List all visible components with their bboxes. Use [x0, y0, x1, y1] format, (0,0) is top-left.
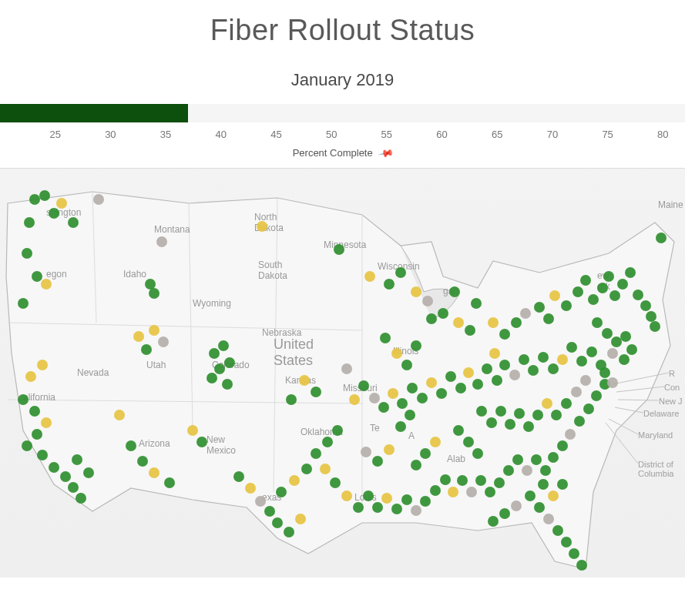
map-point[interactable]	[430, 437, 441, 447]
map-point[interactable]	[29, 406, 40, 417]
map-point[interactable]	[245, 483, 256, 494]
map-point[interactable]	[395, 421, 406, 432]
map-point[interactable]	[494, 477, 505, 488]
map-point[interactable]	[381, 493, 392, 504]
map-point[interactable]	[426, 377, 437, 388]
map-point[interactable]	[401, 360, 412, 370]
map-point[interactable]	[466, 487, 477, 497]
map-point[interactable]	[41, 279, 52, 290]
map-point[interactable]	[137, 456, 148, 467]
map-point[interactable]	[25, 371, 36, 382]
map-point[interactable]	[538, 352, 549, 363]
map-point[interactable]	[311, 387, 321, 397]
map-point[interactable]	[149, 325, 159, 336]
map-point[interactable]	[548, 363, 559, 374]
map-point[interactable]	[531, 454, 542, 465]
map-point[interactable]	[512, 454, 523, 465]
map-point[interactable]	[540, 465, 551, 476]
map-point[interactable]	[372, 502, 383, 513]
map-point[interactable]	[580, 375, 591, 386]
map-point[interactable]	[41, 417, 52, 428]
map-point[interactable]	[141, 344, 152, 355]
map-point[interactable]	[486, 417, 497, 428]
map-point[interactable]	[548, 490, 559, 501]
map-point[interactable]	[76, 493, 86, 504]
map-point[interactable]	[609, 290, 620, 301]
map-point[interactable]	[571, 387, 582, 397]
map-point[interactable]	[411, 286, 421, 297]
map-point[interactable]	[440, 474, 451, 485]
map-point[interactable]	[523, 421, 534, 432]
map-point[interactable]	[320, 464, 331, 474]
map-point[interactable]	[149, 288, 159, 299]
map-point[interactable]	[209, 348, 220, 359]
map-point[interactable]	[341, 490, 352, 501]
map-point[interactable]	[548, 452, 559, 463]
map-point[interactable]	[60, 471, 71, 482]
map-point[interactable]	[264, 506, 275, 517]
map-point[interactable]	[361, 447, 371, 457]
map-point[interactable]	[322, 437, 333, 447]
map-point[interactable]	[492, 375, 502, 386]
map-point[interactable]	[534, 502, 545, 513]
map-point[interactable]	[426, 313, 437, 324]
map-point[interactable]	[214, 363, 225, 374]
map-point[interactable]	[488, 516, 499, 527]
map-point[interactable]	[149, 467, 159, 478]
map-point[interactable]	[18, 394, 29, 405]
map-point[interactable]	[580, 275, 591, 286]
map-point[interactable]	[588, 294, 599, 305]
map-point[interactable]	[37, 360, 48, 370]
map-point[interactable]	[633, 290, 643, 300]
map-point[interactable]	[187, 425, 198, 436]
map-point[interactable]	[543, 313, 554, 324]
map-point[interactable]	[378, 402, 389, 413]
map-point[interactable]	[449, 286, 460, 297]
map-point[interactable]	[576, 356, 587, 367]
pin-icon[interactable]: 📌	[378, 145, 395, 161]
map-point[interactable]	[93, 194, 104, 205]
map-point[interactable]	[566, 342, 577, 353]
map-point[interactable]	[411, 460, 421, 470]
map-point[interactable]	[372, 456, 383, 467]
map-point[interactable]	[543, 514, 554, 524]
map-point[interactable]	[37, 450, 48, 460]
map-point[interactable]	[538, 479, 549, 490]
map-point[interactable]	[549, 290, 560, 301]
map-point[interactable]	[465, 325, 475, 336]
map-point[interactable]	[619, 354, 630, 365]
map-point[interactable]	[284, 527, 294, 537]
map-point[interactable]	[289, 475, 300, 486]
map-point[interactable]	[482, 363, 492, 374]
map-point[interactable]	[311, 448, 321, 459]
map-point[interactable]	[586, 346, 597, 357]
map-point[interactable]	[499, 329, 510, 340]
map-point[interactable]	[299, 375, 310, 386]
map-point[interactable]	[514, 408, 525, 419]
map-point[interactable]	[114, 410, 125, 420]
map-point[interactable]	[68, 217, 79, 228]
map-point[interactable]	[363, 490, 374, 501]
map-point[interactable]	[551, 410, 562, 420]
map-point[interactable]	[603, 271, 614, 282]
map-point[interactable]	[22, 440, 32, 451]
map-point[interactable]	[522, 465, 532, 476]
map-point[interactable]	[542, 398, 552, 409]
map-point[interactable]	[520, 308, 531, 319]
map-point[interactable]	[332, 425, 343, 436]
map-point[interactable]	[640, 300, 651, 311]
map-point[interactable]	[295, 514, 306, 524]
map-point[interactable]	[471, 298, 482, 309]
map-point[interactable]	[334, 244, 344, 255]
map-point[interactable]	[569, 548, 579, 559]
map-point[interactable]	[18, 298, 29, 309]
map-point[interactable]	[457, 475, 468, 486]
map-point[interactable]	[620, 331, 631, 342]
map-point[interactable]	[257, 221, 267, 232]
map-point[interactable]	[499, 508, 510, 519]
map-point[interactable]	[488, 317, 499, 328]
map-point[interactable]	[358, 380, 369, 391]
map-point[interactable]	[463, 367, 474, 378]
map-point[interactable]	[126, 440, 136, 451]
map-point[interactable]	[218, 340, 229, 351]
